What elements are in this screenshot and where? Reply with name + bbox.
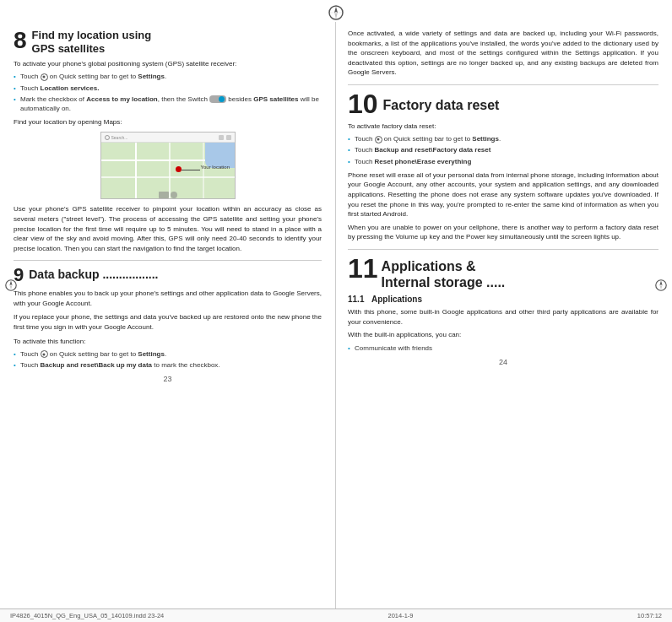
map-image: Search... <box>100 132 236 199</box>
section11-body2: With the built-in applications, you can: <box>348 330 658 340</box>
touch-icon-1 <box>41 73 48 81</box>
touch-icon-2 <box>41 350 48 358</box>
section11-sub-number: 11.1 <box>348 295 364 304</box>
section10-title-wrapper: Factory data reset <box>383 90 500 113</box>
section-divider-10 <box>348 84 658 85</box>
section8-body: Use your phone's GPS satellite receiver … <box>14 204 322 253</box>
section10-bullets: Touch on Quick setting bar to get to Set… <box>348 134 658 166</box>
page-container: 8 Find my location using GPS satellites … <box>0 0 672 622</box>
top-compass-area <box>0 0 672 22</box>
footer-date: 2014-1-9 <box>388 612 414 619</box>
main-content: 8 Find my location using GPS satellites … <box>0 22 672 608</box>
map-search-bar: Search... <box>101 133 235 143</box>
section10-number: 10 <box>348 90 378 117</box>
section10-intro: To activate factory data reset: <box>348 122 658 131</box>
section8-intro: To activate your phone's global position… <box>14 59 322 68</box>
left-compass-container <box>5 279 17 293</box>
bullet-item: Touch Location services. <box>14 84 322 93</box>
section11-sub-title: Applications <box>371 295 422 304</box>
svg-marker-10 <box>659 285 662 289</box>
section9-header: 9 Data backup ................. <box>14 266 322 284</box>
section11-bullets: Communicate with friends <box>348 343 658 353</box>
map-body: Your location <box>101 143 235 199</box>
bullet-item: Touch on Quick setting bar to get to Set… <box>348 134 658 143</box>
section10-body2: When you are unable to power on your cel… <box>348 223 658 242</box>
map-search-icon <box>105 135 110 140</box>
map-caption: Find your location by opening Maps: <box>14 117 322 127</box>
left-page: 8 Find my location using GPS satellites … <box>0 22 336 608</box>
section11-title-line2: Internal storage ..... <box>382 274 506 290</box>
map-controls <box>159 192 177 198</box>
section8-bullets: Touch on Quick setting bar to get to Set… <box>14 72 322 113</box>
location-line <box>182 170 200 170</box>
section8-title: Find my location using GPS satellites <box>32 29 152 55</box>
left-compass-icon <box>5 279 17 291</box>
section8-header: 8 Find my location using GPS satellites <box>14 29 322 55</box>
section9-title-wrapper: Data backup ................. <box>29 266 158 282</box>
section10-body1: Phone reset will erase all of your perso… <box>348 170 658 219</box>
section11-title-line1: Applications & <box>382 258 506 274</box>
section-divider-9 <box>14 260 322 261</box>
map-wrapper: Search... <box>100 132 236 199</box>
section8-number: 8 <box>14 29 27 52</box>
section9-intro: This phone enables you to back up your p… <box>14 289 322 308</box>
road-v3 <box>203 143 204 199</box>
page-number-23: 23 <box>14 375 322 383</box>
section11-header: 11 Applications & Internal storage ..... <box>348 255 658 290</box>
touch-icon-3 <box>375 136 382 143</box>
section11-sub: 11.1 Applications <box>348 295 658 304</box>
section9-body1: If you replace your phone, the settings … <box>14 312 322 332</box>
bullet-item: Touch on Quick setting bar to get to Set… <box>14 72 322 81</box>
bullet-item: Communicate with friends <box>348 343 658 353</box>
footer-time: 10:57:12 <box>637 612 662 619</box>
section9-bullets: Touch on Quick setting bar to get to Set… <box>14 349 322 370</box>
footer-file-info: IP4826_4015N_QG_Eng_USA_05_140109.indd 2… <box>10 612 164 619</box>
road-h2 <box>101 176 235 178</box>
toggle-icon <box>209 95 226 103</box>
svg-marker-7 <box>9 285 12 289</box>
section10-title: Factory data reset <box>383 98 500 112</box>
svg-marker-9 <box>659 280 662 284</box>
bullet-item: Touch Backup and reset\Back up my data t… <box>14 360 322 370</box>
page-number-24: 24 <box>348 358 658 366</box>
section9-title: Data backup ................. <box>29 268 158 281</box>
right-page: Once activated, a wide variety of settin… <box>336 22 672 608</box>
section9-activate: To activate this function: <box>14 337 322 346</box>
road-v2 <box>169 143 171 199</box>
bullet-item: Touch on Quick setting bar to get to Set… <box>14 349 322 359</box>
right-compass-icon <box>655 279 667 291</box>
map-container: Search... <box>14 132 322 199</box>
road-v1 <box>135 143 137 199</box>
section11-body1: With this phone, some built-in Google ap… <box>348 307 658 327</box>
right-compass-container <box>655 279 667 293</box>
location-label: Your location <box>201 165 230 170</box>
svg-marker-6 <box>9 280 12 284</box>
section-divider-11 <box>348 249 658 250</box>
bullet-item: Touch Backup and reset\Factory data rese… <box>348 145 658 154</box>
section11-title-wrapper: Applications & Internal storage ..... <box>382 255 506 290</box>
section10-header: 10 Factory data reset <box>348 90 658 117</box>
right-intro: Once activated, a wide variety of settin… <box>348 29 658 78</box>
location-dot <box>176 166 182 172</box>
section11-number: 11 <box>348 255 378 282</box>
bullet-item: Mark the checkbox of Access to my locati… <box>14 95 322 113</box>
footer: IP4826_4015N_QG_Eng_USA_05_140109.indd 2… <box>0 608 672 622</box>
bullet-item: Touch Reset phone\Erase everything <box>348 157 658 166</box>
compass-top-icon <box>328 5 344 20</box>
